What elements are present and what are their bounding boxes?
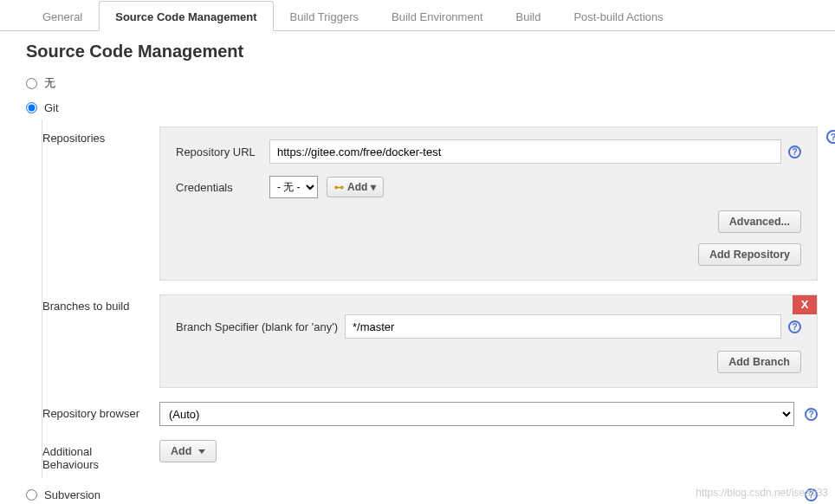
advanced-button[interactable]: Advanced...: [718, 210, 801, 233]
delete-branch-button[interactable]: X: [793, 295, 817, 314]
config-tabs: General Source Code Management Build Tri…: [0, 0, 835, 31]
branch-block: X Branch Specifier (blank for 'any') ? A…: [159, 294, 818, 388]
caret-down-icon: [198, 449, 205, 454]
radio-subversion-label: Subversion: [44, 488, 100, 501]
tab-build-environment[interactable]: Build Environment: [375, 1, 500, 31]
help-icon[interactable]: ?: [788, 320, 801, 333]
branch-specifier-input[interactable]: [345, 314, 781, 339]
repo-url-input[interactable]: [269, 139, 781, 164]
help-icon[interactable]: ?: [805, 408, 818, 421]
add-credentials-button[interactable]: ⊷ Add ▾: [327, 177, 384, 197]
radio-none-label: 无: [44, 75, 55, 91]
radio-git[interactable]: [26, 102, 37, 113]
add-behaviour-label: Add: [171, 445, 191, 457]
radio-subversion[interactable]: [26, 489, 37, 501]
radio-git-label: Git: [44, 101, 59, 114]
add-credentials-label: Add: [347, 181, 367, 193]
repositories-label: Repositories: [42, 126, 159, 145]
help-icon[interactable]: ?: [788, 145, 801, 158]
repo-url-label: Repository URL: [176, 145, 269, 158]
radio-none[interactable]: [26, 78, 37, 89]
key-icon: ⊷: [334, 182, 344, 193]
repository-block: Repository URL ? Credentials - 无 - ⊷ Add…: [159, 126, 818, 281]
tab-post-build[interactable]: Post-build Actions: [557, 1, 679, 31]
tab-scm[interactable]: Source Code Management: [99, 1, 273, 31]
credentials-select[interactable]: - 无 -: [269, 176, 318, 198]
tab-build-triggers[interactable]: Build Triggers: [274, 1, 375, 31]
repo-browser-select[interactable]: (Auto): [159, 402, 794, 426]
add-branch-button[interactable]: Add Branch: [717, 351, 801, 373]
branches-label: Branches to build: [42, 294, 159, 313]
page-title: Source Code Management: [0, 31, 835, 70]
credentials-label: Credentials: [176, 181, 269, 194]
branch-specifier-label: Branch Specifier (blank for 'any'): [176, 320, 345, 333]
tab-build[interactable]: Build: [500, 1, 558, 31]
tab-general[interactable]: General: [26, 1, 99, 31]
dropdown-icon: ▾: [371, 181, 376, 193]
add-behaviour-button[interactable]: Add: [159, 440, 217, 462]
repo-browser-label: Repository browser: [42, 402, 159, 420]
watermark: https://blog.csdn.net/isea533: [696, 487, 828, 499]
add-repository-button[interactable]: Add Repository: [698, 243, 801, 266]
additional-behaviours-label: Additional Behaviours: [42, 440, 159, 471]
help-icon[interactable]: ?: [826, 130, 835, 144]
